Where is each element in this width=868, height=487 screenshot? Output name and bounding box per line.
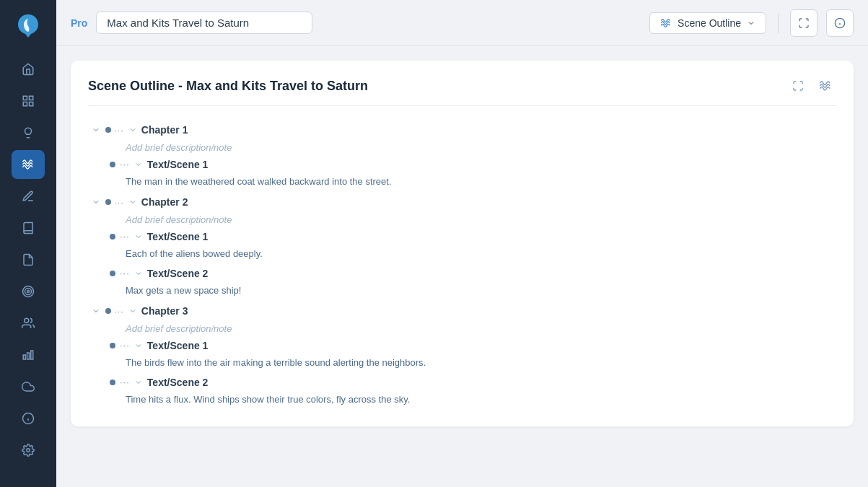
- scene-card-header: Scene Outline - Max and Kits Travel to S…: [88, 75, 836, 106]
- svg-rect-3: [30, 102, 33, 106]
- svg-rect-0: [23, 96, 27, 100]
- svg-rect-8: [23, 355, 25, 359]
- svg-point-6: [27, 291, 30, 293]
- chevron-down-chapter-icon: [92, 307, 100, 315]
- scene-text: The birds flew into the air making a ter…: [88, 356, 836, 372]
- scene-bullet: [110, 162, 115, 167]
- content-area: Scene Outline - Max and Kits Travel to S…: [56, 46, 868, 487]
- scene-chevron-icon: [134, 378, 143, 387]
- sidebar-item-settings[interactable]: [12, 436, 45, 465]
- info-button[interactable]: [826, 9, 854, 37]
- scene-outline-label: Scene Outline: [678, 17, 741, 29]
- chapter-dropdown-button[interactable]: [127, 196, 139, 208]
- scene-row: ··· Text/Scene 2: [88, 265, 836, 282]
- scene-dropdown-button[interactable]: [133, 377, 144, 388]
- scene-text: Max gets a new space ship!: [88, 284, 836, 300]
- pen-icon: [21, 189, 35, 203]
- svg-point-5: [25, 289, 32, 295]
- chart-icon: [21, 348, 35, 362]
- main-content: Pro Max and Kits Travel to Saturn Scene …: [56, 0, 868, 487]
- sidebar-item-home[interactable]: [12, 55, 45, 84]
- chapter-more-button[interactable]: ···: [114, 306, 124, 317]
- scene-text: The man in the weathered coat walked bac…: [88, 175, 836, 191]
- scene-dropdown-button[interactable]: [133, 231, 144, 242]
- scene-bullet: [110, 379, 115, 385]
- waves-icon: [21, 157, 35, 172]
- scene-dropdown-button[interactable]: [133, 268, 144, 279]
- topbar: Pro Max and Kits Travel to Saturn Scene …: [56, 0, 868, 46]
- scene-dropdown-button[interactable]: [133, 159, 144, 170]
- chapter-dropdown-button[interactable]: [127, 124, 139, 136]
- sidebar-item-chart[interactable]: [12, 341, 45, 369]
- scene-label: Text/Scene 2: [147, 268, 209, 279]
- svg-rect-2: [23, 102, 27, 106]
- chapter-bullet: [105, 308, 111, 314]
- fullscreen-icon: [798, 17, 810, 29]
- scene-waves-button[interactable]: [815, 75, 836, 97]
- sidebar-item-note[interactable]: [12, 245, 45, 274]
- scene-label: Text/Scene 2: [147, 377, 209, 388]
- info-topbar-icon: [834, 17, 846, 29]
- sidebar-item-lightbulb[interactable]: [12, 118, 45, 147]
- info-icon: [21, 411, 35, 426]
- scene-more-button[interactable]: ···: [120, 377, 130, 387]
- chapter-more-button[interactable]: ···: [114, 197, 124, 208]
- chapter-row: ··· Chapter 1: [88, 120, 836, 139]
- chapter-label: Chapter 3: [141, 305, 188, 317]
- chapter-toggle[interactable]: [89, 196, 102, 209]
- scene-outline-dropdown[interactable]: Scene Outline: [649, 12, 766, 34]
- scene-label: Text/Scene 1: [147, 159, 209, 170]
- outline-tree: ··· Chapter 1 Add brief description/note…: [88, 120, 836, 409]
- app-logo[interactable]: [15, 12, 41, 40]
- settings-icon: [21, 443, 35, 457]
- svg-point-7: [25, 318, 29, 323]
- scene-more-button[interactable]: ···: [120, 268, 130, 278]
- sidebar-item-info[interactable]: [12, 404, 45, 433]
- chapter-more-button[interactable]: ···: [114, 125, 124, 136]
- scene-label: Text/Scene 1: [147, 231, 209, 242]
- chapter-chevron-icon: [128, 307, 137, 315]
- svg-rect-1: [30, 96, 33, 100]
- sidebar-item-people[interactable]: [12, 309, 45, 338]
- chapter-dropdown-button[interactable]: [127, 305, 139, 317]
- target-icon: [21, 284, 35, 299]
- scene-chevron-icon: [134, 341, 143, 350]
- sidebar-item-target[interactable]: [12, 277, 45, 306]
- chapter-note[interactable]: Add brief description/note: [88, 322, 836, 335]
- chapter-toggle[interactable]: [89, 123, 102, 136]
- scene-dropdown-button[interactable]: [133, 340, 144, 351]
- scene-fullscreen-button[interactable]: [787, 75, 809, 97]
- grid-icon: [21, 94, 35, 108]
- chevron-down-chapter-icon: [92, 126, 100, 134]
- chapter-row: ··· Chapter 3: [88, 302, 836, 320]
- scene-chevron-icon: [134, 269, 143, 278]
- sidebar-item-grid[interactable]: [12, 87, 45, 115]
- scene-text: Each of the aliens bowed deeply.: [88, 247, 836, 263]
- chapter-toggle[interactable]: [89, 304, 102, 317]
- scene-row: ··· Text/Scene 1: [88, 228, 836, 245]
- scene-more-button[interactable]: ···: [120, 340, 130, 351]
- chapter-chevron-icon: [128, 126, 137, 134]
- scene-more-button[interactable]: ···: [120, 231, 130, 242]
- scene-waves-icon: [819, 79, 832, 92]
- scene-outline-card: Scene Outline - Max and Kits Travel to S…: [71, 61, 854, 426]
- sidebar: [0, 0, 56, 487]
- chapter-note[interactable]: Add brief description/note: [88, 141, 836, 154]
- people-icon: [21, 316, 35, 330]
- scene-chevron-icon: [134, 160, 143, 169]
- sidebar-item-pen[interactable]: [12, 182, 45, 211]
- sidebar-item-waves[interactable]: [12, 150, 45, 179]
- chapter-note[interactable]: Add brief description/note: [88, 213, 836, 227]
- sidebar-item-cloud[interactable]: [12, 372, 45, 401]
- chevron-down-chapter-icon: [92, 198, 100, 206]
- note-icon: [21, 253, 35, 267]
- waves-outline-icon: [660, 17, 672, 29]
- project-title[interactable]: Max and Kits Travel to Saturn: [96, 12, 312, 34]
- scene-card-title: Scene Outline - Max and Kits Travel to S…: [88, 79, 368, 94]
- scene-more-button[interactable]: ···: [120, 159, 130, 170]
- fullscreen-button[interactable]: [790, 9, 817, 37]
- scene-fullscreen-icon: [792, 80, 804, 92]
- sidebar-item-book[interactable]: [12, 214, 45, 242]
- scene-chevron-icon: [134, 232, 143, 241]
- chapter-label: Chapter 1: [141, 124, 188, 136]
